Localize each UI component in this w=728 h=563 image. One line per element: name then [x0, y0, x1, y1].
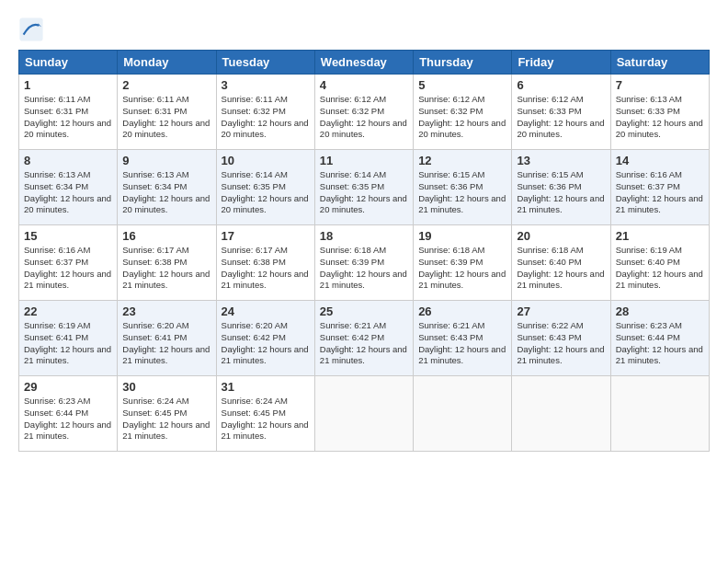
day-cell: 18 Sunrise: 6:18 AM Sunset: 6:39 PM Dayl… [314, 225, 413, 301]
day-number: 19 [418, 229, 506, 243]
day-cell: 25 Sunrise: 6:21 AM Sunset: 6:42 PM Dayl… [314, 301, 413, 376]
day-number: 17 [222, 229, 310, 243]
day-number: 4 [320, 78, 408, 92]
day-cell: 8 Sunrise: 6:13 AM Sunset: 6:34 PM Dayli… [19, 150, 118, 225]
day-info: Sunrise: 6:18 AM Sunset: 6:40 PM Dayligh… [517, 245, 605, 292]
day-info: Sunrise: 6:11 AM Sunset: 6:31 PM Dayligh… [122, 94, 210, 141]
day-info: Sunrise: 6:15 AM Sunset: 6:36 PM Dayligh… [418, 169, 506, 216]
page: SundayMondayTuesdayWednesdayThursdayFrid… [0, 0, 728, 461]
day-info: Sunrise: 6:21 AM Sunset: 6:43 PM Dayligh… [418, 320, 506, 367]
day-number: 28 [616, 304, 704, 318]
day-number: 21 [616, 229, 704, 243]
day-info: Sunrise: 6:18 AM Sunset: 6:39 PM Dayligh… [320, 245, 408, 292]
day-number: 27 [517, 304, 605, 318]
day-number: 23 [122, 304, 210, 318]
day-info: Sunrise: 6:11 AM Sunset: 6:32 PM Dayligh… [222, 94, 310, 141]
day-info: Sunrise: 6:16 AM Sunset: 6:37 PM Dayligh… [24, 245, 112, 292]
day-info: Sunrise: 6:12 AM Sunset: 6:33 PM Dayligh… [517, 94, 605, 141]
day-number: 12 [418, 154, 506, 167]
day-cell: 2 Sunrise: 6:11 AM Sunset: 6:31 PM Dayli… [118, 75, 216, 150]
day-number: 10 [222, 154, 310, 167]
day-cell [512, 376, 610, 452]
day-cell: 14 Sunrise: 6:16 AM Sunset: 6:37 PM Dayl… [610, 150, 709, 225]
day-cell: 17 Sunrise: 6:17 AM Sunset: 6:38 PM Dayl… [216, 225, 314, 301]
day-cell: 31 Sunrise: 6:24 AM Sunset: 6:45 PM Dayl… [216, 376, 314, 452]
header [18, 17, 710, 42]
day-number: 29 [24, 380, 112, 394]
day-info: Sunrise: 6:22 AM Sunset: 6:43 PM Dayligh… [517, 320, 605, 367]
column-header-friday: Friday [512, 51, 610, 75]
calendar-header-row: SundayMondayTuesdayWednesdayThursdayFrid… [19, 51, 710, 75]
day-info: Sunrise: 6:16 AM Sunset: 6:37 PM Dayligh… [616, 169, 704, 216]
day-info: Sunrise: 6:14 AM Sunset: 6:35 PM Dayligh… [320, 169, 408, 216]
day-cell: 27 Sunrise: 6:22 AM Sunset: 6:43 PM Dayl… [512, 301, 610, 376]
week-row-2: 8 Sunrise: 6:13 AM Sunset: 6:34 PM Dayli… [19, 150, 710, 225]
day-number: 8 [24, 154, 112, 167]
column-header-wednesday: Wednesday [314, 51, 413, 75]
day-cell: 15 Sunrise: 6:16 AM Sunset: 6:37 PM Dayl… [19, 225, 118, 301]
day-info: Sunrise: 6:24 AM Sunset: 6:45 PM Dayligh… [122, 396, 210, 442]
day-info: Sunrise: 6:17 AM Sunset: 6:38 PM Dayligh… [122, 245, 210, 292]
day-info: Sunrise: 6:19 AM Sunset: 6:40 PM Dayligh… [616, 245, 704, 292]
day-info: Sunrise: 6:17 AM Sunset: 6:38 PM Dayligh… [222, 245, 310, 292]
day-number: 11 [320, 154, 408, 167]
day-number: 3 [222, 78, 310, 92]
column-header-sunday: Sunday [19, 51, 118, 75]
day-cell: 7 Sunrise: 6:13 AM Sunset: 6:33 PM Dayli… [610, 75, 709, 150]
day-cell: 4 Sunrise: 6:12 AM Sunset: 6:32 PM Dayli… [314, 75, 413, 150]
day-cell: 28 Sunrise: 6:23 AM Sunset: 6:44 PM Dayl… [610, 301, 709, 376]
day-number: 24 [222, 304, 310, 318]
day-cell: 11 Sunrise: 6:14 AM Sunset: 6:35 PM Dayl… [314, 150, 413, 225]
logo-icon [18, 17, 44, 42]
day-number: 20 [517, 229, 605, 243]
day-info: Sunrise: 6:13 AM Sunset: 6:33 PM Dayligh… [616, 94, 704, 141]
day-number: 18 [320, 229, 408, 243]
day-number: 1 [24, 78, 112, 92]
day-info: Sunrise: 6:12 AM Sunset: 6:32 PM Dayligh… [320, 94, 408, 141]
day-number: 22 [24, 304, 112, 318]
day-info: Sunrise: 6:13 AM Sunset: 6:34 PM Dayligh… [122, 169, 210, 216]
day-info: Sunrise: 6:15 AM Sunset: 6:36 PM Dayligh… [517, 169, 605, 216]
column-header-thursday: Thursday [414, 51, 512, 75]
day-cell: 22 Sunrise: 6:19 AM Sunset: 6:41 PM Dayl… [19, 301, 118, 376]
day-cell: 3 Sunrise: 6:11 AM Sunset: 6:32 PM Dayli… [216, 75, 314, 150]
week-row-1: 1 Sunrise: 6:11 AM Sunset: 6:31 PM Dayli… [19, 75, 710, 150]
day-cell: 16 Sunrise: 6:17 AM Sunset: 6:38 PM Dayl… [118, 225, 216, 301]
day-info: Sunrise: 6:12 AM Sunset: 6:32 PM Dayligh… [418, 94, 506, 141]
day-cell: 24 Sunrise: 6:20 AM Sunset: 6:42 PM Dayl… [216, 301, 314, 376]
day-info: Sunrise: 6:13 AM Sunset: 6:34 PM Dayligh… [24, 169, 112, 216]
day-number: 7 [616, 78, 704, 92]
day-number: 13 [517, 154, 605, 167]
day-info: Sunrise: 6:19 AM Sunset: 6:41 PM Dayligh… [24, 320, 112, 367]
day-number: 6 [517, 78, 605, 92]
day-cell: 9 Sunrise: 6:13 AM Sunset: 6:34 PM Dayli… [118, 150, 216, 225]
week-row-4: 22 Sunrise: 6:19 AM Sunset: 6:41 PM Dayl… [19, 301, 710, 376]
day-number: 16 [122, 229, 210, 243]
day-cell: 21 Sunrise: 6:19 AM Sunset: 6:40 PM Dayl… [610, 225, 709, 301]
svg-rect-0 [19, 17, 42, 40]
column-header-saturday: Saturday [610, 51, 709, 75]
day-cell: 20 Sunrise: 6:18 AM Sunset: 6:40 PM Dayl… [512, 225, 610, 301]
day-cell: 6 Sunrise: 6:12 AM Sunset: 6:33 PM Dayli… [512, 75, 610, 150]
week-row-5: 29 Sunrise: 6:23 AM Sunset: 6:44 PM Dayl… [19, 376, 710, 452]
day-info: Sunrise: 6:20 AM Sunset: 6:41 PM Dayligh… [122, 320, 210, 367]
day-cell: 10 Sunrise: 6:14 AM Sunset: 6:35 PM Dayl… [216, 150, 314, 225]
day-info: Sunrise: 6:11 AM Sunset: 6:31 PM Dayligh… [24, 94, 112, 141]
day-cell: 13 Sunrise: 6:15 AM Sunset: 6:36 PM Dayl… [512, 150, 610, 225]
day-cell [314, 376, 413, 452]
day-number: 25 [320, 304, 408, 318]
day-number: 9 [122, 154, 210, 167]
column-header-monday: Monday [118, 51, 216, 75]
day-number: 5 [418, 78, 506, 92]
day-cell: 5 Sunrise: 6:12 AM Sunset: 6:32 PM Dayli… [414, 75, 512, 150]
column-header-tuesday: Tuesday [216, 51, 314, 75]
day-info: Sunrise: 6:20 AM Sunset: 6:42 PM Dayligh… [222, 320, 310, 367]
day-info: Sunrise: 6:24 AM Sunset: 6:45 PM Dayligh… [222, 396, 310, 442]
day-cell: 12 Sunrise: 6:15 AM Sunset: 6:36 PM Dayl… [414, 150, 512, 225]
calendar-table: SundayMondayTuesdayWednesdayThursdayFrid… [18, 50, 710, 452]
day-cell: 23 Sunrise: 6:20 AM Sunset: 6:41 PM Dayl… [118, 301, 216, 376]
day-number: 2 [122, 78, 210, 92]
day-cell: 1 Sunrise: 6:11 AM Sunset: 6:31 PM Dayli… [19, 75, 118, 150]
day-number: 31 [222, 380, 310, 394]
day-info: Sunrise: 6:21 AM Sunset: 6:42 PM Dayligh… [320, 320, 408, 367]
